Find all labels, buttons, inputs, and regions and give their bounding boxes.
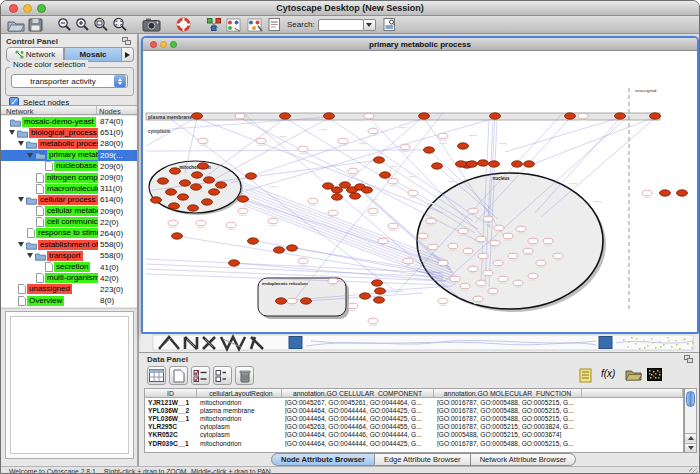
network-node-unselected[interactable] — [308, 198, 318, 204]
network-node[interactable] — [350, 193, 361, 199]
network-canvas[interactable]: plasma membranecytoplasmnucleusmitochond… — [143, 51, 697, 332]
network-node-unselected[interactable] — [528, 273, 538, 279]
network-node[interactable] — [229, 260, 240, 266]
network-node[interactable] — [191, 184, 202, 190]
network-node[interactable] — [332, 194, 343, 200]
birdseye-view-panel[interactable] — [5, 311, 134, 459]
zoom-out-icon[interactable] — [57, 17, 72, 33]
network-node[interactable] — [170, 168, 181, 174]
table-row[interactable]: YKR052Ccytoplasm[GO:0044464, GO:0044446,… — [145, 431, 683, 439]
network-node[interactable] — [490, 113, 501, 119]
attribute-table[interactable]: ID_cellularLayoutRegionannotation.GO CEL… — [144, 388, 684, 453]
network-node[interactable] — [202, 199, 213, 205]
network-node-unselected[interactable] — [494, 225, 504, 231]
tree-row[interactable]: establishment of lo558(0) — [1, 239, 137, 250]
network-node-unselected[interactable] — [438, 298, 448, 304]
disclosure-triangle-icon[interactable] — [18, 141, 24, 146]
network-node-unselected[interactable] — [460, 283, 470, 289]
network-node-unselected[interactable] — [498, 276, 508, 282]
unselect-attributes-icon[interactable] — [213, 366, 232, 385]
function-builder-icon[interactable]: f(x) — [601, 368, 615, 379]
network-node-unselected[interactable] — [328, 278, 338, 284]
network-graph[interactable]: plasma membranecytoplasmnucleusmitochond… — [143, 51, 697, 332]
network-node[interactable] — [424, 147, 435, 153]
network-node-unselected[interactable] — [488, 288, 498, 294]
network-node-unselected[interactable] — [553, 253, 563, 259]
network-node-unselected[interactable] — [408, 190, 418, 196]
vizmapper-icon[interactable] — [225, 17, 243, 33]
network-node-unselected[interactable] — [226, 222, 236, 228]
network-node[interactable] — [280, 113, 291, 119]
network-node-unselected[interactable] — [578, 113, 588, 119]
disclosure-triangle-icon[interactable] — [27, 153, 33, 158]
network-node[interactable] — [192, 113, 203, 119]
network-node-unselected[interactable] — [448, 243, 458, 249]
network-node[interactable] — [204, 177, 215, 183]
network-node-unselected[interactable] — [508, 253, 518, 259]
network-node[interactable] — [360, 293, 371, 299]
network-node-unselected[interactable] — [403, 258, 413, 264]
save-icon[interactable] — [28, 17, 43, 33]
new-attribute-icon[interactable] — [169, 366, 188, 385]
tree-row[interactable]: macromolecule311(0) — [1, 183, 137, 194]
network-node-unselected[interactable] — [338, 138, 348, 144]
table-column-header[interactable]: _cellularLayoutRegion — [197, 389, 282, 397]
disclosure-triangle-icon[interactable] — [18, 197, 24, 202]
table-scrollbar[interactable] — [684, 388, 697, 453]
tab-edge-attribute-browser[interactable]: Edge Attribute Browser — [375, 453, 471, 466]
network-node-unselected[interactable] — [523, 248, 533, 254]
network-node[interactable] — [458, 143, 469, 149]
resize-grip[interactable] — [689, 468, 698, 474]
network-manager-icon[interactable] — [206, 17, 222, 33]
import-attributes-icon[interactable] — [625, 368, 642, 381]
network-node-unselected[interactable] — [490, 240, 500, 246]
disclosure-triangle-icon[interactable] — [9, 130, 15, 135]
network-node-unselected[interactable] — [473, 296, 483, 302]
network-node[interactable] — [419, 113, 430, 119]
table-row[interactable]: YLR295Ccytoplasm[GO:0045263, GO:0044464,… — [145, 423, 683, 431]
network-node[interactable] — [512, 161, 523, 167]
tab-node-attribute-browser[interactable]: Node Attribute Browser — [271, 453, 375, 466]
network-node[interactable] — [615, 113, 626, 119]
network-node-unselected[interactable] — [268, 218, 278, 224]
network-node-unselected[interactable] — [483, 216, 493, 222]
network-node[interactable] — [180, 180, 191, 186]
network-node[interactable] — [287, 245, 298, 251]
network-node-unselected[interactable] — [388, 223, 398, 229]
table-column-header[interactable]: ID — [145, 389, 197, 397]
node-color-select[interactable]: transporter activity — [11, 74, 128, 88]
tree-row[interactable]: cellular process614(0) — [1, 194, 137, 205]
network-node-unselected[interactable] — [298, 258, 308, 264]
network-node[interactable] — [374, 297, 385, 303]
network-node[interactable] — [276, 298, 287, 304]
zoom-fit-icon[interactable] — [112, 17, 128, 33]
network-node[interactable] — [565, 113, 576, 119]
notes-icon[interactable] — [579, 368, 593, 383]
table-row[interactable]: YDR039C__1mitochondrion[GO:0044464, GO:0… — [145, 439, 683, 447]
tree-row[interactable]: metabolic process280(0) — [1, 138, 137, 149]
network-node-unselected[interactable] — [348, 303, 358, 309]
tree-row[interactable]: cell communicat22(0) — [1, 217, 137, 228]
delete-attribute-icon[interactable] — [235, 366, 254, 385]
network-node-unselected[interactable] — [196, 220, 206, 226]
table-column-header[interactable]: annotation.GO CELLULAR_COMPONENT — [282, 389, 434, 397]
network-node-unselected[interactable] — [493, 260, 503, 266]
network-node[interactable] — [524, 161, 535, 167]
network-node-unselected[interactable] — [536, 260, 546, 266]
table-column-header[interactable] — [582, 389, 683, 397]
network-node-unselected[interactable] — [198, 138, 208, 144]
window-titlebar[interactable]: Cytoscape Desktop (New Session) — [1, 1, 699, 16]
tab-network-attribute-browser[interactable]: Network Attribute Browser — [471, 453, 577, 466]
scroll-up-button[interactable] — [685, 433, 696, 442]
network-node-unselected[interactable] — [468, 266, 478, 272]
network-node[interactable] — [246, 173, 257, 179]
network-node[interactable] — [248, 238, 259, 244]
network-node[interactable] — [169, 203, 180, 209]
network-node[interactable] — [677, 190, 688, 196]
network-node-unselected[interactable] — [476, 280, 486, 286]
search-index-icon[interactable] — [382, 17, 397, 33]
network-node[interactable] — [301, 298, 312, 304]
tree-row[interactable]: Overview8(0) — [1, 295, 137, 306]
network-node[interactable] — [467, 161, 478, 167]
network-node-unselected[interactable] — [426, 218, 436, 224]
